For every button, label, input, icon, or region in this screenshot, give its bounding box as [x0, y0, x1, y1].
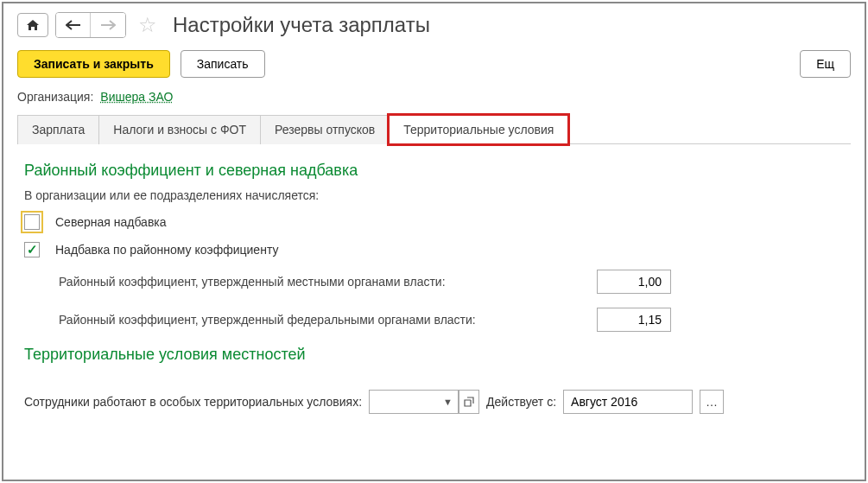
tab-reserves[interactable]: Резервы отпусков [260, 115, 390, 144]
organization-label: Организация: [17, 90, 93, 104]
territory-combo: ▼ [369, 390, 479, 414]
federal-coef-row: Районный коэффициент, утвержденный федер… [59, 308, 844, 332]
nav-back-forward [55, 12, 126, 38]
effective-from-input[interactable] [563, 390, 693, 414]
local-coef-input[interactable] [597, 270, 671, 294]
local-coef-row: Районный коэффициент, утвержденный местн… [59, 270, 844, 294]
tab-content: Районный коэффициент и северная надбавка… [3, 144, 865, 384]
tab-territorial[interactable]: Территориальные условия [389, 115, 568, 144]
app-window: ☆ Настройки учета зарплаты Записать и за… [2, 2, 866, 481]
regional-coef-row: ✓ Надбавка по районному коэффициенту [24, 242, 844, 257]
home-button[interactable] [17, 13, 48, 37]
organization-value[interactable]: Вишера ЗАО [100, 90, 173, 104]
territory-label: Сотрудники работают в особых территориал… [24, 395, 362, 409]
toolbar: Записать и закрыть Записать Ещ [3, 50, 865, 90]
page-title: Настройки учета зарплаты [173, 13, 430, 37]
northern-allowance-label: Северная надбавка [55, 215, 167, 229]
more-button[interactable]: Ещ [800, 50, 851, 78]
territory-dropdown-button[interactable]: ▼ [438, 390, 459, 414]
northern-allowance-row: Северная надбавка [24, 214, 844, 230]
back-button[interactable] [56, 13, 91, 37]
regional-coef-checkbox[interactable]: ✓ [24, 242, 40, 257]
federal-coef-input[interactable] [597, 308, 671, 332]
regional-coef-label: Надбавка по районному коэффициенту [55, 243, 278, 257]
forward-button[interactable] [91, 13, 125, 37]
favorite-star-icon[interactable]: ☆ [138, 13, 157, 37]
northern-allowance-checkbox[interactable] [24, 214, 40, 230]
territory-conditions-row: Сотрудники работают в особых территориал… [3, 390, 865, 414]
tabs: Зарплата Налоги и взносы с ФОТ Резервы о… [17, 114, 851, 144]
titlebar: ☆ Настройки учета зарплаты [3, 3, 865, 50]
local-coef-label: Районный коэффициент, утвержденный местн… [59, 275, 446, 289]
effective-from-label: Действует с: [486, 395, 556, 409]
territory-input[interactable] [369, 390, 438, 414]
section-territory-title: Территориальные условия местностей [24, 346, 844, 364]
section-regional-title: Районный коэффициент и северная надбавка [24, 162, 844, 180]
check-icon: ✓ [27, 242, 38, 257]
date-picker-button[interactable]: … [700, 390, 724, 414]
save-button[interactable]: Записать [181, 50, 265, 78]
territory-open-button[interactable] [459, 390, 479, 414]
organization-row: Организация: Вишера ЗАО [3, 90, 865, 114]
section-regional-subtitle: В организации или ее подразделениях начи… [24, 188, 844, 202]
save-and-close-button[interactable]: Записать и закрыть [17, 50, 170, 78]
tab-taxes[interactable]: Налоги и взносы с ФОТ [98, 115, 261, 144]
federal-coef-label: Районный коэффициент, утвержденный федер… [59, 313, 476, 327]
tab-salary[interactable]: Зарплата [17, 115, 99, 144]
